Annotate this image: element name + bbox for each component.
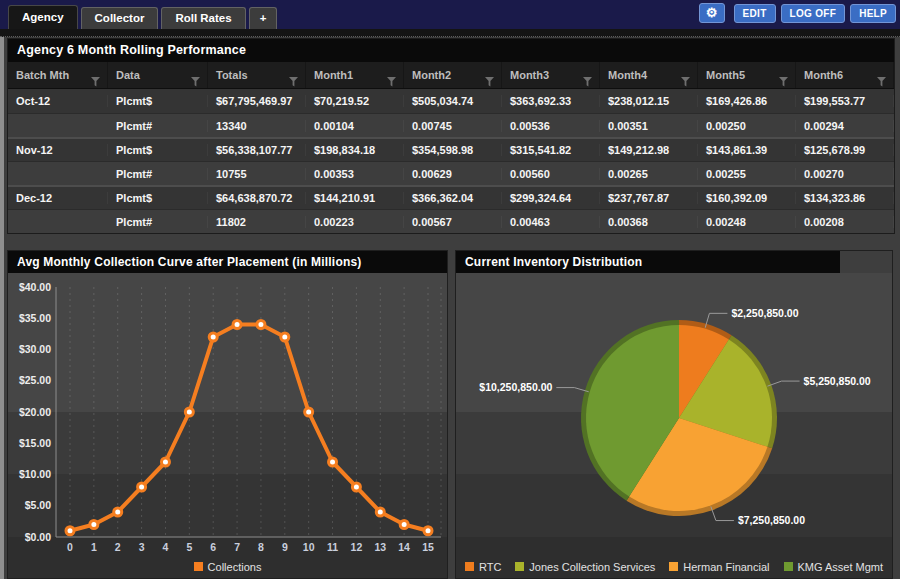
column-header-label: Month6 <box>804 69 843 81</box>
table-cell: 0.00223 <box>306 216 404 228</box>
table-cell: 0.00255 <box>698 168 796 180</box>
table-cell: 0.00560 <box>502 168 600 180</box>
tab-add[interactable]: + <box>249 7 278 29</box>
column-header[interactable]: Month2 <box>404 62 502 88</box>
data-point[interactable] <box>257 321 265 329</box>
gear-icon[interactable]: ⚙ <box>699 3 725 23</box>
table-cell: $505,034.74 <box>404 95 502 107</box>
table-cell: Plcmt# <box>108 120 208 132</box>
legend-swatch <box>515 562 524 571</box>
pie-value-label: $5,250,850.00 <box>804 375 871 387</box>
legend-swatch <box>194 562 203 571</box>
x-tick-label: 2 <box>115 541 121 553</box>
column-header[interactable]: Month5 <box>698 62 796 88</box>
data-point[interactable] <box>138 483 146 491</box>
filter-funnel-icon[interactable] <box>485 70 494 96</box>
data-point[interactable] <box>161 458 169 466</box>
tab-roll-rates[interactable]: Roll Rates <box>161 7 245 29</box>
table-cell: 10755 <box>208 168 306 180</box>
legend-swatch <box>465 562 474 571</box>
filter-funnel-icon[interactable] <box>191 70 200 96</box>
filter-funnel-icon[interactable] <box>583 70 592 96</box>
pie-value-label: $7,250,850.00 <box>738 514 805 526</box>
column-header[interactable]: Month3 <box>502 62 600 88</box>
legend-item-rtc[interactable]: RTC <box>465 561 501 573</box>
table-row[interactable]: Oct-12Plcmt$$67,795,469.97$70,219.52$505… <box>8 89 894 113</box>
table-cell: $238,012.15 <box>600 95 698 107</box>
column-header-label: Month1 <box>314 69 353 81</box>
column-header[interactable]: Batch Mth <box>8 62 108 88</box>
filter-funnel-icon[interactable] <box>779 70 788 96</box>
y-tick-label: $10.00 <box>19 468 51 480</box>
column-header[interactable]: Data <box>108 62 208 88</box>
column-header-label: Month5 <box>706 69 745 81</box>
table-cell: 0.00567 <box>404 216 502 228</box>
table-cell: 0.00463 <box>502 216 600 228</box>
tab-agency[interactable]: Agency <box>8 5 78 29</box>
edit-button[interactable]: EDIT <box>734 4 776 23</box>
legend-item-herman-financial[interactable]: Herman Financial <box>669 561 769 573</box>
pie-chart-title: Current Inventory Distribution <box>456 251 840 273</box>
left-edge-gutter[interactable] <box>0 37 4 579</box>
data-point[interactable] <box>352 483 360 491</box>
data-point[interactable] <box>329 458 337 466</box>
table-cell: Plcmt# <box>108 168 208 180</box>
table-cell: $160,392.09 <box>698 192 796 204</box>
x-tick-label: 3 <box>139 541 145 553</box>
table-row[interactable]: Plcmt#133400.001040.007450.005360.003510… <box>8 113 894 137</box>
column-header[interactable]: Month6 <box>796 62 894 88</box>
filter-funnel-icon[interactable] <box>387 70 396 96</box>
data-point[interactable] <box>66 527 74 535</box>
table-cell: Plcmt$ <box>108 192 208 204</box>
table-row[interactable]: Dec-12Plcmt$$64,638,870.72$144,210.91$36… <box>8 185 894 209</box>
collection-curve-panel: Avg Monthly Collection Curve after Place… <box>7 250 448 579</box>
log-off-button[interactable]: LOG OFF <box>781 4 846 23</box>
table-cell: $169,426.86 <box>698 95 796 107</box>
data-point[interactable] <box>376 508 384 516</box>
data-point[interactable] <box>400 521 408 529</box>
table-row[interactable]: Plcmt#107550.003530.006290.005600.002650… <box>8 161 894 185</box>
pie-value-label: $2,250,850.00 <box>731 307 798 319</box>
data-point[interactable] <box>114 508 122 516</box>
pie-label-leader <box>556 388 588 392</box>
filter-funnel-icon[interactable] <box>289 70 298 96</box>
x-tick-label: 6 <box>210 541 216 553</box>
table-cell: $67,795,469.97 <box>208 95 306 107</box>
pie-chart-svg: $2,250,850.00$5,250,850.00$7,250,850.00$… <box>456 273 892 555</box>
table-row[interactable]: Plcmt#118020.002230.005670.004630.003680… <box>8 209 894 233</box>
line-chart-legend: Collections <box>8 555 447 578</box>
column-header[interactable]: Month4 <box>600 62 698 88</box>
data-point[interactable] <box>305 408 313 416</box>
data-point[interactable] <box>90 521 98 529</box>
data-point[interactable] <box>281 333 289 341</box>
column-header[interactable]: Totals <box>208 62 306 88</box>
data-point[interactable] <box>209 333 217 341</box>
filter-funnel-icon[interactable] <box>91 70 100 96</box>
table-cell: $299,324.64 <box>502 192 600 204</box>
column-header[interactable]: Month1 <box>306 62 404 88</box>
legend-item-jones-collection-services[interactable]: Jones Collection Services <box>515 561 655 573</box>
table-cell: $198,834.18 <box>306 144 404 156</box>
pie-chart-legend: RTCJones Collection ServicesHerman Finan… <box>456 555 892 578</box>
filter-funnel-icon[interactable] <box>681 70 690 96</box>
legend-item-collections[interactable]: Collections <box>194 561 262 573</box>
inventory-distribution-panel: Current Inventory Distribution $2,250,85… <box>455 250 893 579</box>
pie-label-leader <box>767 381 799 386</box>
table-cell: $199,553.77 <box>796 95 894 107</box>
help-button[interactable]: HELP <box>850 4 896 23</box>
legend-item-kmg-asset-mgmt[interactable]: KMG Asset Mgmt <box>784 561 884 573</box>
filter-funnel-icon[interactable] <box>877 70 886 96</box>
table-cell: 0.00265 <box>600 168 698 180</box>
table-row[interactable]: Nov-12Plcmt$$56,338,107.77$198,834.18$35… <box>8 137 894 161</box>
table-cell: 0.00250 <box>698 120 796 132</box>
data-point[interactable] <box>424 527 432 535</box>
pie-value-label: $10,250,850.00 <box>479 381 552 393</box>
legend-label: Collections <box>208 561 262 573</box>
column-header-label: Data <box>116 69 140 81</box>
data-point[interactable] <box>233 321 241 329</box>
x-tick-label: 4 <box>163 541 169 553</box>
tab-collector[interactable]: Collector <box>81 7 159 29</box>
legend-label: Herman Financial <box>683 561 769 573</box>
data-point[interactable] <box>185 408 193 416</box>
x-tick-label: 1 <box>91 541 97 553</box>
